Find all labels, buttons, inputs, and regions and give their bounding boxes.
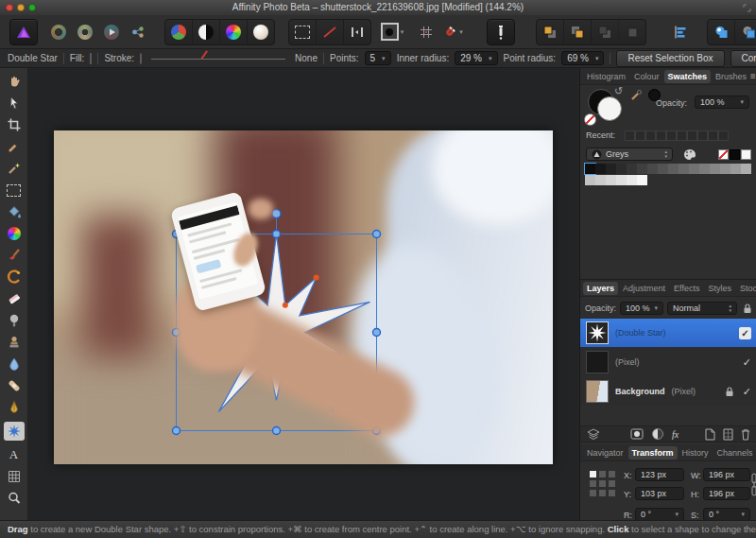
healing-tool[interactable] xyxy=(4,378,25,393)
view-tool[interactable] xyxy=(4,74,25,89)
alignment-icon[interactable] xyxy=(667,20,694,44)
recent-swatch-slot[interactable] xyxy=(677,130,687,141)
erase-tool[interactable] xyxy=(4,291,25,306)
clone-stamp-tool[interactable] xyxy=(4,335,25,350)
layer-visibility-checkbox[interactable]: ✓ xyxy=(739,327,751,339)
star-shape-tool[interactable] xyxy=(4,422,25,441)
recent-swatch-slot[interactable] xyxy=(666,130,677,141)
fill-assistant-icon[interactable]: ▾ xyxy=(379,20,405,44)
white-balance-icon[interactable] xyxy=(248,20,274,44)
shear-dropdown[interactable]: 0 °▾ xyxy=(703,508,750,521)
swap-colours-icon[interactable]: ↺ xyxy=(614,85,623,97)
liquify-persona-icon[interactable] xyxy=(45,20,72,44)
selection-brush-tool[interactable] xyxy=(4,161,25,176)
layer-lock-icon[interactable] xyxy=(725,386,734,397)
mesh-warp-tool[interactable] xyxy=(4,469,25,484)
adjustment-layer-icon[interactable] xyxy=(652,428,663,440)
grey-swatch[interactable] xyxy=(585,164,595,174)
grey-swatch[interactable] xyxy=(741,164,751,174)
tab-navigator[interactable]: Navigator xyxy=(583,446,627,460)
grey-swatch[interactable] xyxy=(595,175,606,185)
pen-tool[interactable] xyxy=(4,400,25,415)
layer-visibility-check-icon[interactable]: ✓ xyxy=(743,356,751,369)
fill-colour-well[interactable] xyxy=(597,96,622,121)
layer-row-background[interactable]: Background (Pixel) ✓ xyxy=(580,377,756,406)
tab-histogram[interactable]: Histogram xyxy=(583,70,629,83)
grey-swatch[interactable] xyxy=(627,175,637,185)
grey-swatch[interactable] xyxy=(710,164,720,174)
paint-brush-tool[interactable] xyxy=(4,248,25,263)
tab-layers[interactable]: Layers xyxy=(583,282,618,295)
layer-row-double-star[interactable]: (Double Star) ✓ xyxy=(580,319,756,347)
snapping-grid-icon[interactable] xyxy=(413,20,439,44)
recent-swatch-slot[interactable] xyxy=(635,130,645,141)
mask-layer-icon[interactable] xyxy=(630,428,644,440)
frame-icon[interactable] xyxy=(344,20,370,44)
grey-swatch[interactable] xyxy=(679,164,689,174)
trash-icon[interactable] xyxy=(741,428,750,441)
recent-swatch-slot[interactable] xyxy=(687,130,697,141)
move-tool[interactable] xyxy=(4,95,25,111)
dodge-tool[interactable] xyxy=(4,313,25,328)
new-layer-icon[interactable] xyxy=(705,428,715,441)
line-icon[interactable] xyxy=(317,20,344,44)
points-dropdown[interactable]: 5▾ xyxy=(365,51,391,65)
crop-tool[interactable] xyxy=(4,117,25,132)
recent-swatch-slot[interactable] xyxy=(697,130,708,141)
swatch-none[interactable] xyxy=(718,149,729,160)
inner-radius-dropdown[interactable]: 29 %▾ xyxy=(455,51,497,65)
grey-swatch[interactable] xyxy=(627,164,637,174)
grey-swatch[interactable] xyxy=(689,164,699,174)
x-field[interactable]: 123 px xyxy=(635,468,684,481)
tab-swatches[interactable]: Swatches xyxy=(664,70,712,83)
anchor-point-selector[interactable] xyxy=(590,471,615,496)
lock-icon[interactable] xyxy=(743,303,752,314)
grey-swatch[interactable] xyxy=(616,164,627,174)
fill-swatch[interactable] xyxy=(90,53,92,64)
colour-wheel-icon[interactable] xyxy=(220,20,248,44)
palette-icon[interactable] xyxy=(683,148,696,160)
grey-swatch[interactable] xyxy=(637,164,647,174)
swatch-opacity-dropdown[interactable]: 100 % ▾ xyxy=(695,95,749,109)
boolean-subtract-icon[interactable] xyxy=(735,20,756,44)
boolean-add-icon[interactable] xyxy=(708,20,735,44)
recent-swatch-slot[interactable] xyxy=(656,130,666,141)
move-backward-icon[interactable] xyxy=(592,20,619,44)
move-forward-icon[interactable] xyxy=(564,20,592,44)
layer-opacity-dropdown[interactable]: 100 %▾ xyxy=(620,302,663,315)
minimize-window-icon[interactable] xyxy=(17,4,25,11)
export-persona-icon[interactable] xyxy=(98,20,125,44)
new-pattern-layer-icon[interactable] xyxy=(723,428,733,441)
palette-dropdown[interactable]: Greys ▴▾ xyxy=(586,148,673,161)
y-field[interactable]: 103 px xyxy=(635,487,684,500)
colour-picker-tool[interactable] xyxy=(4,139,25,154)
tab-channels[interactable]: Channels xyxy=(713,446,756,460)
blend-mode-dropdown[interactable]: Normal ▴▾ xyxy=(667,302,737,315)
reset-selection-box-button[interactable]: Reset Selection Box xyxy=(616,50,724,67)
rect-marquee-tool[interactable] xyxy=(4,182,25,198)
fullscreen-icon[interactable] xyxy=(743,4,751,12)
greys-swatch-row-1[interactable] xyxy=(585,164,751,174)
tab-styles[interactable]: Styles xyxy=(704,282,735,295)
grey-swatch[interactable] xyxy=(720,164,730,174)
assistant-icon[interactable] xyxy=(487,19,515,45)
layer-row-pixel[interactable]: (Pixel) ✓ xyxy=(580,348,756,376)
recent-swatch-slot[interactable] xyxy=(708,130,718,141)
pixel-brush-tool[interactable] xyxy=(4,269,25,285)
grey-swatch[interactable] xyxy=(606,164,616,174)
canvas-area[interactable] xyxy=(28,68,578,520)
magnet-icon[interactable]: ▾ xyxy=(439,20,466,44)
swatch-white[interactable] xyxy=(741,149,751,160)
point-radius-dropdown[interactable]: 69 %▾ xyxy=(561,51,604,65)
auto-levels-icon[interactable] xyxy=(165,20,193,44)
close-window-icon[interactable] xyxy=(6,4,13,11)
stroke-swatch[interactable] xyxy=(140,53,142,64)
recent-swatch-slot[interactable] xyxy=(718,130,729,141)
w-field[interactable]: 196 px xyxy=(703,468,750,481)
link-dimensions-icon[interactable] xyxy=(751,473,756,497)
grey-swatch[interactable] xyxy=(647,164,658,174)
move-to-back-icon[interactable] xyxy=(619,20,645,44)
gradient-tool[interactable] xyxy=(4,226,25,241)
tab-effects[interactable]: Effects xyxy=(670,282,703,295)
swatch-black[interactable] xyxy=(730,149,740,160)
